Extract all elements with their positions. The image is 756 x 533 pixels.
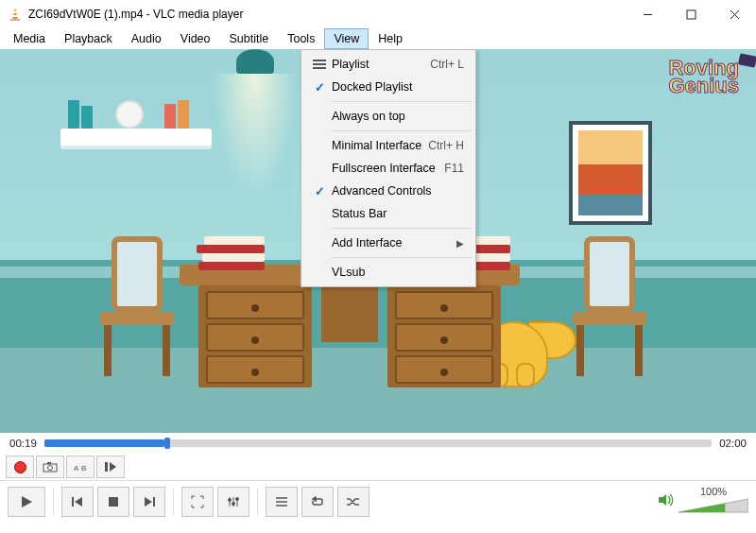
menu-view[interactable]: View [324,28,369,49]
view-menu-minimal-interface[interactable]: Minimal InterfaceCtrl+ H [303,134,473,157]
volume-control[interactable]: 100% [658,486,748,518]
svg-marker-17 [75,497,82,507]
svg-point-9 [48,466,53,471]
frame-step-button[interactable] [96,456,125,478]
menu-audio[interactable]: Audio [122,28,171,49]
next-button[interactable] [133,487,165,517]
svg-rect-10 [47,462,51,464]
view-dropdown: PlaylistCtrl+ LDocked PlaylistAlways on … [301,49,476,287]
menu-video[interactable]: Video [171,28,220,49]
view-menu-fullscreen-interface[interactable]: Fullscreen InterfaceF11 [303,157,473,180]
menu-subtitle[interactable]: Subtitle [220,28,279,49]
view-menu-add-interface[interactable]: Add Interface▶ [303,232,473,254]
view-menu-docked-playlist[interactable]: Docked Playlist [303,76,473,98]
svg-marker-30 [313,497,316,501]
time-total[interactable]: 02:00 [719,438,747,449]
svg-rect-3 [13,15,18,17]
video-area[interactable]: RovingGenius PlaylistCtrl+ LDocked Playl… [0,49,756,433]
window-title: ZCI69dVtW0E (1).mp4 - VLC media player [28,8,626,21]
svg-marker-19 [145,497,152,507]
record-button[interactable] [6,456,34,478]
svg-point-24 [229,498,232,501]
view-menu-playlist[interactable]: PlaylistCtrl+ L [303,53,473,76]
menu-media[interactable]: Media [4,28,55,49]
svg-rect-18 [109,497,118,507]
loop-ab-button[interactable]: AB [66,456,94,478]
titlebar: ZCI69dVtW0E (1).mp4 - VLC media player [0,0,756,28]
snapshot-button[interactable] [36,456,64,478]
view-menu-vlsub[interactable]: VLsub [303,261,473,284]
view-menu-advanced-controls[interactable]: Advanced Controls [303,180,473,202]
extended-settings-button[interactable] [217,487,249,517]
svg-rect-16 [72,497,74,507]
menu-playback[interactable]: Playback [55,28,122,49]
svg-point-25 [232,502,235,505]
loop-button[interactable] [301,487,334,517]
vlc-icon [8,7,23,22]
svg-rect-2 [13,11,17,13]
maximize-button[interactable] [669,0,713,28]
svg-point-26 [236,497,239,500]
volume-text: 100% [700,486,727,497]
play-button[interactable] [8,487,45,517]
stop-button[interactable] [97,487,129,517]
previous-button[interactable] [61,487,94,517]
svg-rect-13 [105,462,108,472]
svg-marker-14 [110,462,116,472]
svg-text:B: B [81,464,86,473]
advanced-controls: AB [0,454,756,480]
svg-rect-5 [687,10,696,19]
svg-rect-20 [153,497,155,507]
menubar: Media Playback Audio Video Subtitle Tool… [0,28,756,49]
shuffle-button[interactable] [337,487,369,517]
seek-bar[interactable] [44,439,712,447]
menu-tools[interactable]: Tools [278,28,324,49]
brand-watermark: RovingGenius [668,59,739,95]
menu-help[interactable]: Help [369,28,412,49]
minimize-button[interactable] [626,0,669,28]
main-controls: 100% [0,480,756,522]
svg-text:A: A [74,464,79,473]
speaker-icon[interactable] [658,492,675,511]
svg-rect-1 [10,19,20,21]
view-menu-always-on-top[interactable]: Always on top [303,105,473,128]
svg-marker-15 [22,496,32,507]
time-elapsed[interactable]: 00:19 [9,438,37,449]
fullscreen-button[interactable] [181,487,214,517]
view-menu-status-bar[interactable]: Status Bar [303,202,473,225]
svg-marker-31 [659,494,666,506]
close-button[interactable] [713,0,756,28]
volume-slider[interactable] [679,497,748,518]
seek-row: 00:19 02:00 [0,433,756,454]
playlist-button[interactable] [266,487,298,517]
svg-marker-0 [12,8,18,20]
